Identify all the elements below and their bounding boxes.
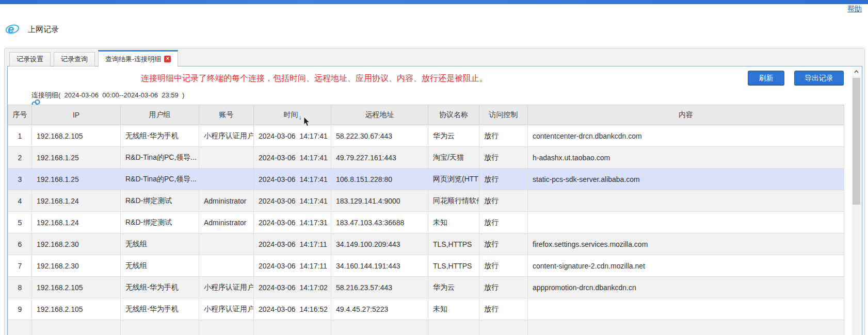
table-row[interactable]: 6192.168.2.30无线组2024-03-06 14:17:1134.14… bbox=[8, 233, 844, 255]
table-cell: R&D-绑定测试 bbox=[121, 190, 199, 212]
table-cell: 2024-03-06 14:17:41 bbox=[254, 147, 331, 169]
table-cell: 7 bbox=[8, 255, 32, 277]
tab-content-panel: 连接明细中记录了终端的每个连接，包括时间、远程地址、应用协议、内容、放行还是被阻… bbox=[7, 66, 862, 335]
table-cell: 192.168.1.25 bbox=[32, 169, 121, 190]
table-cell: 放行 bbox=[479, 212, 528, 233]
table-cell: 58.222.30.67:443 bbox=[331, 125, 428, 147]
table-cell: 192.168.2.105 bbox=[32, 298, 121, 320]
table-cell: contentcenter-drcn.dbankcdn.com bbox=[528, 125, 844, 147]
table-cell: 34.160.144.191:443 bbox=[331, 255, 428, 277]
tab-label: 记录设置 bbox=[17, 55, 43, 64]
table-cell: 192.168.2.30 bbox=[32, 255, 121, 277]
tab-query-result-connection-detail[interactable]: 查询结果-连接明细 × bbox=[98, 50, 178, 67]
table-cell: 4 bbox=[8, 190, 32, 212]
table-cell: 未知 bbox=[428, 298, 479, 320]
table-cell bbox=[479, 320, 528, 335]
table-cell: R&D-Tina的PC,领导... bbox=[121, 147, 199, 169]
table-cell: R&D-Tina的PC,领导... bbox=[121, 169, 199, 190]
table-cell: 华为云 bbox=[428, 125, 479, 147]
table-row[interactable]: 2192.168.1.25R&D-Tina的PC,领导...2024-03-06… bbox=[8, 147, 844, 169]
vertical-scrollbar[interactable] bbox=[852, 67, 861, 335]
table-cell: 无线组 bbox=[121, 255, 199, 277]
column-header-1[interactable]: IP bbox=[32, 105, 121, 125]
summary-line: 连接明细( 2024-03-06 00:00--2024-03-06 23:59… bbox=[17, 91, 184, 100]
table-cell: 无线组-华为手机 bbox=[121, 298, 199, 320]
table-header-row: 序号IP用户组账号时间↓远程地址协议名称访问控制内容 bbox=[8, 105, 844, 125]
summary-text: 连接明细( 2024-03-06 00:00--2024-03-06 23:59… bbox=[31, 91, 184, 100]
table-cell: 5 bbox=[8, 212, 32, 233]
table-row[interactable]: 3192.168.1.25R&D-Tina的PC,领导...2024-03-06… bbox=[8, 169, 844, 190]
table-cell: h-adashx.ut.taobao.com bbox=[528, 147, 844, 169]
main-panel: 记录设置 记录查询 查询结果-连接明细 × 连接明细中记录了终端的每个连接，包括… bbox=[4, 48, 865, 335]
table-cell bbox=[254, 320, 331, 335]
table-row[interactable]: 4192.168.1.24R&D-绑定测试Administrator2024-0… bbox=[8, 190, 844, 212]
table-cell bbox=[199, 147, 254, 169]
table-row[interactable]: 7192.168.2.30无线组2024-03-06 14:17:1134.16… bbox=[8, 255, 844, 277]
column-header-6[interactable]: 协议名称 bbox=[428, 105, 479, 125]
table-cell: 192.168.1.24 bbox=[32, 190, 121, 212]
export-records-button[interactable]: 导出记录 bbox=[794, 71, 844, 85]
table-cell: 106.8.151.228:80 bbox=[331, 169, 428, 190]
column-header-0[interactable]: 序号 bbox=[8, 105, 32, 125]
table-cell bbox=[199, 255, 254, 277]
column-header-8[interactable]: 内容 bbox=[528, 105, 844, 125]
table-cell: Administrator bbox=[199, 190, 254, 212]
table-cell: apppromotion-drcn.dbankcdn.cn bbox=[528, 277, 844, 298]
table-cell: TLS,HTTPS bbox=[428, 255, 479, 277]
table-cell: 放行 bbox=[479, 147, 528, 169]
table-cell: 192.168.2.30 bbox=[32, 233, 121, 255]
table-cell: 无线组-华为手机 bbox=[121, 125, 199, 147]
table-cell bbox=[331, 320, 428, 335]
table-cell: 1 bbox=[8, 125, 32, 147]
table-row[interactable]: 1192.168.2.105无线组-华为手机小程序认证用户2024-03-06 … bbox=[8, 125, 844, 147]
table-cell: 未知 bbox=[428, 212, 479, 233]
table-cell: 小程序认证用户 bbox=[199, 277, 254, 298]
table-cell: 放行 bbox=[479, 298, 528, 320]
connection-detail-table: 序号IP用户组账号时间↓远程地址协议名称访问控制内容 1192.168.2.10… bbox=[8, 105, 844, 335]
tab-record-query[interactable]: 记录查询 bbox=[54, 52, 95, 66]
help-link[interactable]: 帮助 bbox=[847, 5, 862, 14]
table-cell: 9 bbox=[8, 298, 32, 320]
tab-close-icon[interactable]: × bbox=[164, 56, 171, 62]
table-cell: 2024-03-06 14:17:41 bbox=[254, 190, 331, 212]
table-cell: 49.79.227.161:443 bbox=[331, 147, 428, 169]
tab-label: 查询结果-连接明细 bbox=[105, 55, 161, 64]
table-cell: 2024-03-06 14:17:41 bbox=[254, 169, 331, 190]
table-cell: 2024-03-06 14:16:52 bbox=[254, 298, 331, 320]
table-cell: 2024-03-06 14:17:02 bbox=[254, 277, 331, 298]
scrollbar-thumb[interactable] bbox=[853, 78, 860, 205]
column-header-2[interactable]: 用户组 bbox=[121, 105, 199, 125]
link-chain-icon bbox=[17, 91, 25, 99]
table-cell: 8 bbox=[8, 277, 32, 298]
table-filler-row bbox=[8, 320, 844, 335]
table-row[interactable]: 8192.168.2.105无线组-华为手机小程序认证用户2024-03-06 … bbox=[8, 277, 844, 298]
table-cell bbox=[428, 320, 479, 335]
refresh-button[interactable]: 刷新 bbox=[748, 71, 784, 85]
column-header-4[interactable]: 时间↓ bbox=[254, 105, 331, 125]
table-cell: firefox.settings.services.mozilla.com bbox=[528, 233, 844, 255]
column-header-3[interactable]: 账号 bbox=[199, 105, 254, 125]
table-row[interactable]: 9192.168.2.105无线组-华为手机小程序认证用户2024-03-06 … bbox=[8, 298, 844, 320]
table-cell: 183.47.103.43:36688 bbox=[331, 212, 428, 233]
table-cell: 小程序认证用户 bbox=[199, 125, 254, 147]
table-row[interactable]: 5192.168.1.24R&D-绑定测试Administrator2024-0… bbox=[8, 212, 844, 233]
table-cell: 放行 bbox=[479, 125, 528, 147]
table-cell: 放行 bbox=[479, 190, 528, 212]
table-cell: static-pcs-sdk-server.alibaba.com bbox=[528, 169, 844, 190]
column-header-5[interactable]: 远程地址 bbox=[331, 105, 428, 125]
table-cell: 网页浏览(HTTP) bbox=[428, 169, 479, 190]
tab-bar: 记录设置 记录查询 查询结果-连接明细 × bbox=[9, 50, 178, 66]
column-header-7[interactable]: 访问控制 bbox=[479, 105, 528, 125]
table-cell bbox=[199, 233, 254, 255]
table-cell: 183.129.141.4:9000 bbox=[331, 190, 428, 212]
table-cell: content-signature-2.cdn.mozilla.net bbox=[528, 255, 844, 277]
tab-label: 记录查询 bbox=[61, 55, 88, 64]
scroll-up-arrow[interactable] bbox=[852, 67, 861, 76]
tab-record-settings[interactable]: 记录设置 bbox=[9, 52, 51, 66]
table-cell: 34.149.100.209:443 bbox=[331, 233, 428, 255]
table-cell bbox=[199, 320, 254, 335]
table-cell: 2024-03-06 14:17:11 bbox=[254, 255, 331, 277]
table-cell: 192.168.2.105 bbox=[32, 125, 121, 147]
table-cell: 淘宝/天猫 bbox=[428, 147, 479, 169]
table-cell: 192.168.1.25 bbox=[32, 147, 121, 169]
